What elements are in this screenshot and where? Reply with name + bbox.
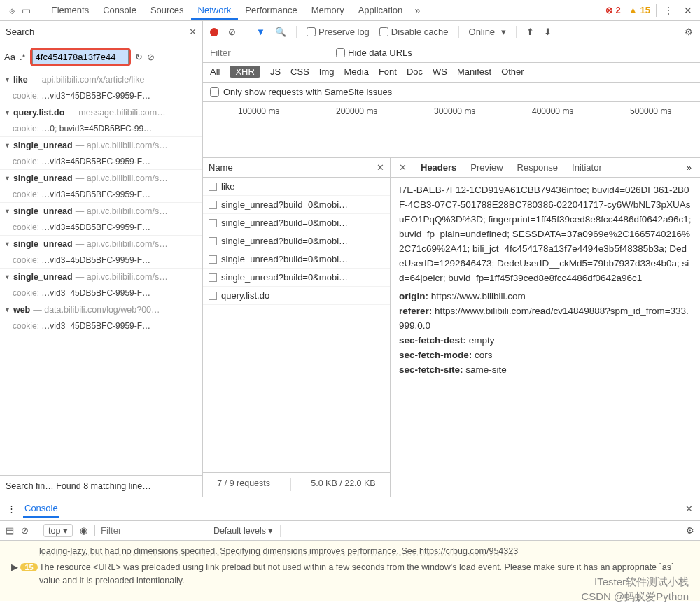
context-select[interactable]: top ▾ <box>43 524 73 537</box>
filter-types: AllXHRJSCSSImgMediaFontDocWSManifestOthe… <box>203 63 700 83</box>
detail-tab-initiator[interactable]: Initiator <box>572 162 602 173</box>
filter-type-css[interactable]: CSS <box>290 66 309 77</box>
settings-icon[interactable]: ⚙ <box>685 27 693 37</box>
device-icon[interactable]: ▭ <box>20 5 32 16</box>
inspect-icon[interactable]: ⟐ <box>6 5 18 16</box>
close-drawer-icon[interactable]: ✕ <box>685 504 693 514</box>
filter-type-all[interactable]: All <box>210 66 220 77</box>
levels-select[interactable]: Default levels ▾ <box>214 525 274 536</box>
timeline-tick: 300000 ms <box>434 106 475 116</box>
request-row[interactable]: single_unread?build=0&mobi… <box>203 250 390 269</box>
main-tab-console[interactable]: Console <box>96 1 144 20</box>
throttling-select[interactable]: Online ▾ <box>469 27 507 37</box>
request-row[interactable]: like <box>203 178 390 196</box>
filter-input[interactable] <box>210 48 322 58</box>
search-input-highlight <box>30 48 131 66</box>
filter-type-font[interactable]: Font <box>379 66 397 77</box>
disable-cache-checkbox[interactable]: Disable cache <box>379 27 449 37</box>
close-search-icon[interactable]: ✕ <box>189 27 197 37</box>
timeline-tick: 500000 ms <box>630 106 671 116</box>
error-count[interactable]: ⊗ 2 <box>606 5 621 15</box>
upload-har-icon[interactable]: ⬆ <box>526 27 534 37</box>
detail-tab-response[interactable]: Response <box>517 162 559 173</box>
more-tabs-icon[interactable]: » <box>411 5 424 16</box>
filter-type-js[interactable]: JS <box>270 66 281 77</box>
filter-type-manifest[interactable]: Manifest <box>457 66 491 77</box>
clear-console-icon[interactable]: ⊘ <box>21 525 29 536</box>
request-row[interactable]: query.list.do <box>203 287 390 305</box>
search-icon[interactable]: 🔍 <box>275 27 286 37</box>
detail-tab-headers[interactable]: Headers <box>421 162 456 173</box>
more-detail-tabs-icon[interactable]: » <box>687 162 692 173</box>
filter-type-other[interactable]: Other <box>501 66 524 77</box>
detail-tab-preview[interactable]: Preview <box>470 162 503 173</box>
request-row[interactable]: single_unread?build=0&mobi… <box>203 196 390 214</box>
request-summary: 7 / 9 requests5.0 KB / 22.0 KB <box>203 472 390 497</box>
console-filter-input[interactable] <box>94 525 206 536</box>
request-row[interactable]: single_unread?build=0&mobi… <box>203 214 390 232</box>
search-title: Search <box>6 27 34 37</box>
watermark: ITester软件测试小栈 CSDN @蚂蚁爱Python <box>581 574 689 604</box>
hide-data-urls-checkbox[interactable]: Hide data URLs <box>336 48 412 58</box>
cookie-raw: I7E-BAEB-7F12-1CD919A61CBB79436infoc; bu… <box>399 183 692 285</box>
header-row: referer: https://www.bilibili.com/read/c… <box>399 304 692 334</box>
search-result[interactable]: ▼single_unread — api.vc.bilibili.com/s… … <box>0 137 202 170</box>
search-result[interactable]: ▼like — api.bilibili.com/x/article/like … <box>0 71 202 104</box>
filter-bar: Hide data URLs <box>203 43 700 63</box>
main-tab-elements[interactable]: Elements <box>44 1 96 20</box>
search-result[interactable]: ▼single_unread — api.vc.bilibili.com/s… … <box>0 170 202 203</box>
download-har-icon[interactable]: ⬇ <box>544 27 552 37</box>
devtools-main-tabs: ⟐ ▭ ElementsConsoleSourcesNetworkPerform… <box>0 0 700 21</box>
warning-badge: ▶ 15 <box>11 561 38 574</box>
samesite-filter[interactable]: Only show requests with SameSite issues <box>203 83 700 102</box>
close-list-icon[interactable]: ✕ <box>377 162 384 173</box>
close-devtools-icon[interactable]: ✕ <box>682 5 694 16</box>
filter-icon[interactable]: ▼ <box>256 27 265 37</box>
main-tab-application[interactable]: Application <box>351 1 410 20</box>
clear-icon[interactable]: ⊘ <box>147 52 155 62</box>
clear-icon[interactable]: ⊘ <box>228 27 236 37</box>
filter-type-img[interactable]: Img <box>319 66 335 77</box>
search-result[interactable]: ▼query.list.do — message.bilibili.com… c… <box>0 104 202 137</box>
warning-count[interactable]: ▲ 15 <box>629 5 650 15</box>
timeline[interactable]: 100000 ms200000 ms300000 ms400000 ms5000… <box>203 102 700 158</box>
console-sidebar-icon[interactable]: ▤ <box>6 525 14 536</box>
console-settings-icon[interactable]: ⚙ <box>686 525 694 536</box>
timeline-tick: 400000 ms <box>532 106 573 116</box>
header-row: sec-fetch-dest: empty <box>399 334 692 348</box>
network-toolbar: ⊘ ▼ 🔍 Preserve log Disable cache Online … <box>203 21 700 43</box>
refresh-icon[interactable]: ↻ <box>135 52 143 62</box>
search-result[interactable]: ▼single_unread — api.vc.bilibili.com/s… … <box>0 236 202 269</box>
search-result[interactable]: ▼single_unread — api.vc.bilibili.com/s… … <box>0 269 202 301</box>
search-footer: Search fin… Found 8 matching line… <box>0 475 202 497</box>
filter-type-doc[interactable]: Doc <box>407 66 423 77</box>
live-expr-icon[interactable]: ◉ <box>80 525 88 536</box>
search-input[interactable] <box>32 50 129 64</box>
record-icon[interactable] <box>210 28 218 36</box>
main-tab-sources[interactable]: Sources <box>144 1 191 20</box>
filter-type-xhr[interactable]: XHR <box>230 66 260 78</box>
filter-type-ws[interactable]: WS <box>433 66 447 77</box>
request-row[interactable]: single_unread?build=0&mobi… <box>203 269 390 287</box>
search-result[interactable]: ▼web — data.bilibili.com/log/web?00… coo… <box>0 301 202 334</box>
preserve-log-checkbox[interactable]: Preserve log <box>307 27 370 37</box>
main-tab-performance[interactable]: Performance <box>238 1 304 20</box>
match-case[interactable]: Aa <box>4 52 15 62</box>
drawer-menu-icon[interactable]: ⋮ <box>7 504 16 514</box>
header-row: sec-fetch-mode: cors <box>399 348 692 363</box>
filter-type-media[interactable]: Media <box>344 66 368 77</box>
name-column-header[interactable]: Name <box>209 162 233 173</box>
header-row: origin: https://www.bilibili.com <box>399 290 692 304</box>
main-tab-memory[interactable]: Memory <box>304 1 351 20</box>
close-details-icon[interactable]: ✕ <box>399 162 407 173</box>
main-tab-network[interactable]: Network <box>191 1 239 20</box>
search-result[interactable]: ▼single_unread — api.vc.bilibili.com/s… … <box>0 203 202 236</box>
console-message: loading-lazy, but had no dimensions spec… <box>39 545 693 558</box>
search-results: ▼like — api.bilibili.com/x/article/like … <box>0 71 202 475</box>
kebab-icon[interactable]: ⋮ <box>662 5 675 16</box>
request-row[interactable]: single_unread?build=0&mobi… <box>203 232 390 250</box>
search-panel: Search ✕ Aa .* ↻ ⊘ ▼like — api.bilibili.… <box>0 21 203 497</box>
request-list: Name ✕ likesingle_unread?build=0&mobi…si… <box>203 158 391 497</box>
console-tab[interactable]: Console <box>23 500 59 518</box>
regex-toggle[interactable]: .* <box>20 52 26 62</box>
